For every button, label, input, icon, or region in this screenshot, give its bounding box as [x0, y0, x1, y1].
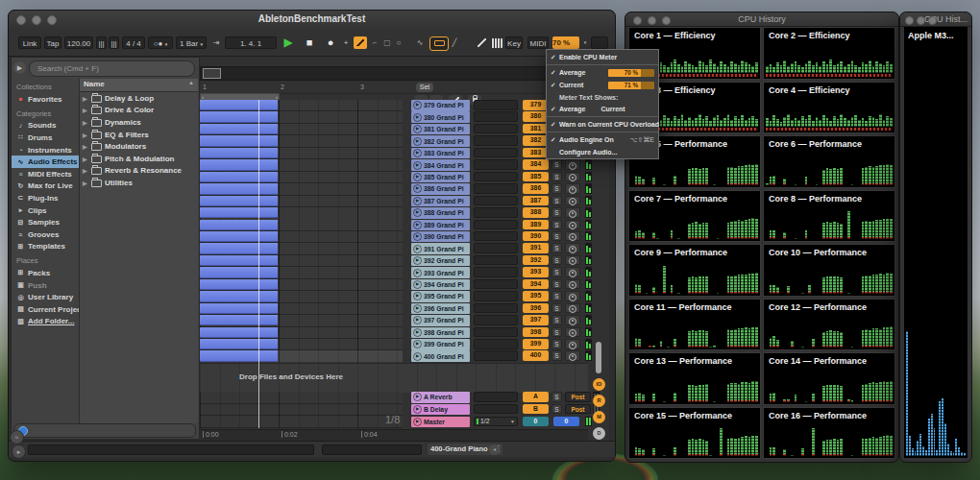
- midi-clip[interactable]: [200, 243, 278, 253]
- sidebar-item-add-folder[interactable]: ▨Add Folder...: [12, 316, 79, 328]
- record-button[interactable]: ●: [324, 36, 337, 49]
- track-row[interactable]: ▶396 Grand Pi396S: [404, 303, 593, 315]
- sidebar-item-sounds[interactable]: ♪Sounds: [12, 120, 79, 132]
- midi-clip[interactable]: [200, 267, 278, 277]
- list-item-reverb-resonance[interactable]: ▶Reverb & Resonance: [80, 165, 198, 178]
- solo-button[interactable]: S: [551, 279, 562, 290]
- track-number-badge[interactable]: 381: [523, 124, 549, 134]
- track-row[interactable]: ▶385 Grand Pi385S: [404, 172, 593, 183]
- track-name-cell[interactable]: ▶399 Grand Pi: [411, 339, 470, 350]
- close-icon[interactable]: [633, 16, 642, 25]
- status-right-icon[interactable]: ◂: [489, 444, 500, 455]
- sidebar-item-current-project[interactable]: ▤Current Project: [12, 303, 79, 316]
- track-number-badge[interactable]: 380: [523, 111, 549, 122]
- track-row[interactable]: ▶392 Grand Pi392S: [404, 255, 593, 267]
- track-field[interactable]: [474, 392, 518, 402]
- set-button[interactable]: Set: [416, 83, 433, 92]
- midi-clip[interactable]: [200, 279, 278, 290]
- menu-item-current-option[interactable]: Current: [600, 106, 625, 112]
- draw-icon[interactable]: [476, 36, 488, 49]
- post-button[interactable]: Post: [565, 404, 591, 415]
- zoom-icon[interactable]: [662, 16, 671, 25]
- track-field[interactable]: [474, 183, 518, 194]
- track-field[interactable]: [474, 124, 518, 134]
- track-name-cell[interactable]: ▶391 Grand Pi: [411, 243, 470, 254]
- solo-button[interactable]: S: [551, 315, 562, 325]
- info-toggle-button[interactable]: ≈: [10, 430, 24, 444]
- track-row[interactable]: ▶400 Grand Pi400S: [404, 350, 593, 362]
- post-button[interactable]: Post: [565, 392, 591, 402]
- marquee-icon[interactable]: ▢: [382, 36, 392, 49]
- track-row[interactable]: ▶395 Grand Pi395S: [404, 291, 593, 302]
- disclosure-triangle-icon[interactable]: ▶: [83, 156, 88, 162]
- speaker-button[interactable]: [565, 183, 580, 194]
- track-row[interactable]: ▶384 Grand Pi384S: [404, 159, 593, 171]
- gpu-titlebar[interactable]: GPU Hist...: [900, 12, 971, 27]
- sidebar-item-user-library[interactable]: ◎User Library: [12, 291, 79, 303]
- menu-item-audio-engine[interactable]: ✓Audio Engine On⌥⇧⌘E: [547, 133, 658, 146]
- track-field[interactable]: [474, 404, 518, 415]
- track-name-cell[interactable]: ▶393 Grand Pi: [411, 267, 470, 278]
- solo-button[interactable]: S: [551, 255, 562, 266]
- track-name-cell[interactable]: ▶390 Grand Pi: [411, 231, 470, 243]
- browser-toggle-button[interactable]: ▸: [12, 444, 26, 459]
- track-field[interactable]: [474, 255, 518, 266]
- solo-button[interactable]: S: [551, 350, 562, 361]
- track-field[interactable]: [474, 196, 518, 206]
- midi-clip[interactable]: [200, 196, 278, 206]
- time-signature-field[interactable]: 4 / 4: [122, 36, 145, 49]
- sidebar-item-grooves[interactable]: ≈Grooves: [12, 228, 79, 241]
- list-item-delay-loop[interactable]: ▶Delay & Loop: [80, 92, 198, 105]
- play-button[interactable]: ▶: [282, 36, 295, 49]
- loop-button[interactable]: [429, 36, 449, 51]
- info-view[interactable]: [13, 423, 196, 438]
- master-output-selector[interactable]: 1/2▼: [474, 417, 518, 427]
- track-number-badge[interactable]: 399: [523, 339, 549, 349]
- circle-tool-icon[interactable]: ○: [394, 36, 404, 49]
- speaker-button[interactable]: [565, 315, 580, 325]
- metronome-button[interactable]: ○● ▾: [148, 36, 173, 49]
- track-name-cell[interactable]: ▶386 Grand Pi: [411, 183, 470, 195]
- track-name-cell[interactable]: ▶398 Grand Pi: [411, 327, 470, 339]
- solo-button[interactable]: S: [551, 159, 562, 170]
- return-lane[interactable]: [200, 392, 403, 428]
- list-item-modulators[interactable]: ▶Modulators: [80, 140, 198, 153]
- track-number-badge[interactable]: 400: [523, 350, 549, 361]
- speaker-button[interactable]: [565, 159, 580, 170]
- sidebar-item-samples[interactable]: ⊟Samples: [12, 216, 79, 228]
- sidebar-item-max-for-live[interactable]: ↻Max for Live: [12, 180, 79, 193]
- track-name-cell[interactable]: ▶379 Grand Pi: [411, 100, 470, 111]
- track-name-cell[interactable]: ▶389 Grand Pi: [411, 220, 470, 231]
- disclosure-triangle-icon[interactable]: ▶: [83, 119, 88, 126]
- disclosure-triangle-icon[interactable]: ▶: [83, 180, 88, 186]
- midi-clip[interactable]: [200, 172, 278, 182]
- minimize-icon[interactable]: [32, 15, 41, 25]
- mixer-section-toggle[interactable]: M: [593, 411, 605, 423]
- speaker-button[interactable]: [565, 220, 580, 230]
- track-row[interactable]: ▶394 Grand Pi394S: [404, 279, 593, 291]
- speaker-button[interactable]: [565, 255, 580, 266]
- master-volume-field[interactable]: 0: [553, 417, 579, 427]
- menu-item-configure-audio[interactable]: Configure Audio...: [547, 146, 658, 157]
- sidebar-item-templates[interactable]: ⊞Templates: [12, 241, 79, 253]
- key-map-button[interactable]: Key: [505, 36, 523, 49]
- speaker-button[interactable]: [565, 196, 580, 206]
- solo-button[interactable]: S: [551, 339, 562, 349]
- list-item-pitch-modulation[interactable]: ▶Pitch & Modulation: [80, 153, 198, 165]
- menu-item-meter-shows-average[interactable]: ✓AverageCurrent: [547, 103, 658, 115]
- returns-section-toggle[interactable]: R: [593, 395, 605, 407]
- list-item-eq-filters[interactable]: ▶EQ & Filters: [80, 129, 198, 141]
- track-number-badge[interactable]: 382: [523, 135, 549, 146]
- track-field[interactable]: [474, 135, 518, 146]
- return-track-b[interactable]: ▶B Delay B S Post: [404, 404, 593, 416]
- track-number-badge[interactable]: 397: [523, 315, 549, 325]
- disclosure-triangle-icon[interactable]: ▶: [83, 95, 88, 102]
- sidebar-item-push[interactable]: ▣Push: [12, 279, 79, 292]
- draw-mode-button[interactable]: [354, 36, 367, 49]
- solo-button[interactable]: S: [551, 183, 562, 194]
- master-pan-field[interactable]: 0: [523, 417, 549, 427]
- track-number-badge[interactable]: 393: [523, 267, 549, 277]
- track-number-badge[interactable]: 387: [523, 196, 549, 206]
- track-number-badge[interactable]: 384: [523, 159, 549, 170]
- track-field[interactable]: [474, 159, 518, 170]
